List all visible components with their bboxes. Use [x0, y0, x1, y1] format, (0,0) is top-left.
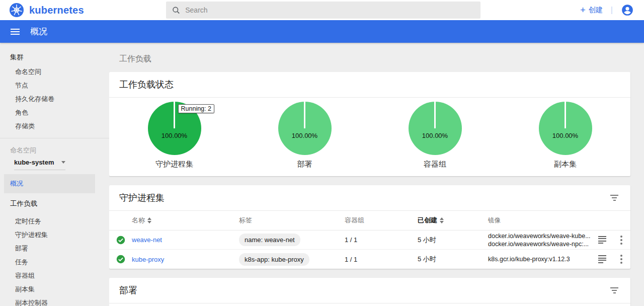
- sidebar-item-replica-sets[interactable]: 副本集: [0, 282, 109, 296]
- sidebar-item-storage-classes[interactable]: 存储类: [0, 119, 109, 133]
- daemon-sets-table-header: 名称 标签 容器组 已创建 镜像: [109, 211, 630, 231]
- app-header: kubernetes + 创建 |: [0, 0, 644, 20]
- search-input[interactable]: [185, 6, 474, 14]
- created-age: 5 小时: [418, 255, 488, 264]
- column-header-labels: 标签: [239, 216, 345, 225]
- sidebar-item-deployments[interactable]: 部署: [0, 242, 109, 255]
- pie-pods-percent: 100.00%: [409, 132, 462, 139]
- logs-icon[interactable]: [597, 235, 607, 245]
- brand: kubernetes: [0, 3, 166, 18]
- pie-pods-label: 容器组: [424, 160, 446, 169]
- sidebar-item-daemon-sets[interactable]: 守护进程集: [0, 228, 109, 242]
- workload-status-title: 工作负载状态: [119, 79, 174, 91]
- pie-replica-sets-label: 副本集: [554, 160, 577, 169]
- pie-deployments-label: 部署: [297, 160, 312, 169]
- sidebar-item-jobs[interactable]: 任务: [0, 255, 109, 269]
- daemon-set-link[interactable]: kube-proxy: [132, 256, 164, 263]
- pods-count: 1 / 1: [345, 256, 418, 263]
- column-header-pods: 容器组: [345, 216, 418, 225]
- action-bar: 概况: [0, 20, 644, 43]
- plus-icon: +: [580, 7, 586, 14]
- brand-name: kubernetes: [29, 5, 84, 16]
- workload-status-card-header: 工作负载状态: [109, 72, 630, 98]
- deployments-card-header: 部署: [109, 278, 630, 303]
- sidebar-item-persistent-volumes[interactable]: 持久化存储卷: [0, 92, 109, 106]
- sidebar-item-replication-controllers[interactable]: 副本控制器: [0, 296, 109, 306]
- page-title: 工作负载: [109, 43, 630, 72]
- column-header-name[interactable]: 名称: [132, 216, 239, 225]
- image-line: k8s.gcr.io/kube-proxy:v1.12.3: [488, 255, 592, 263]
- sidebar-item-cluster[interactable]: 集群: [0, 50, 109, 65]
- pie-tooltip: Running: 2: [178, 104, 214, 113]
- status-ok-icon: [116, 236, 125, 245]
- table-row-kube-proxy: kube-proxy k8s-app: kube-proxy 1 / 1 5 小…: [109, 250, 630, 269]
- namespace-label: 命名空间: [0, 144, 109, 157]
- daemon-sets-card-header: 守护进程集: [109, 185, 630, 211]
- header-actions: + 创建 |: [480, 4, 644, 17]
- kebab-menu-icon[interactable]: [618, 236, 624, 245]
- daemon-sets-title: 守护进程集: [119, 192, 165, 204]
- sort-icon: [147, 217, 151, 223]
- pie-chart-deployments[interactable]: 100.00% 部署: [239, 102, 370, 169]
- namespace-value: kube-system: [14, 159, 54, 166]
- kubernetes-logo-icon: [9, 3, 24, 18]
- namespace-selector[interactable]: kube-system: [14, 159, 65, 170]
- image-line: docker.io/weaveworks/weave-npc:...: [488, 240, 592, 248]
- pie-daemon-sets-percent: 100.00%: [148, 132, 201, 139]
- kebab-menu-icon[interactable]: [618, 255, 624, 264]
- label-chip: k8s-app: kube-proxy: [239, 253, 309, 266]
- sidebar: 集群 命名空间 节点 持久化存储卷 角色 存储类 命名空间 kube-syste…: [0, 43, 109, 306]
- pie-replica-sets: [539, 102, 592, 155]
- chevron-down-icon: [61, 161, 65, 164]
- create-label: 创建: [589, 6, 603, 15]
- logs-icon[interactable]: [597, 254, 607, 264]
- pie-deployments-percent: 100.00%: [278, 132, 332, 139]
- column-header-images: 镜像: [488, 216, 592, 224]
- sidebar-divider: [0, 138, 109, 138]
- filter-icon[interactable]: [608, 285, 620, 295]
- filter-icon[interactable]: [608, 193, 620, 203]
- pods-count: 1 / 1: [345, 236, 418, 244]
- sort-icon: [440, 217, 444, 223]
- search-icon: [172, 6, 180, 15]
- pie-daemon-sets-label: 守护进程集: [155, 160, 193, 169]
- main-content: 工作负载 工作负载状态 100.00% Running: 2 守护进程集: [109, 43, 644, 306]
- sidebar-item-namespaces[interactable]: 命名空间: [0, 65, 109, 79]
- daemon-sets-card: 守护进程集 名称 标签 容器组 已创建 镜像: [109, 185, 630, 269]
- sidebar-item-workloads[interactable]: 工作负载: [0, 196, 109, 211]
- column-header-created[interactable]: 已创建: [418, 216, 488, 225]
- image-line: docker.io/weaveworks/weave-kube...: [488, 232, 592, 240]
- account-icon[interactable]: [621, 4, 634, 17]
- pie-deployments: [278, 102, 332, 155]
- sidebar-item-cron-jobs[interactable]: 定时任务: [0, 214, 109, 228]
- label-chip: name: weave-net: [239, 234, 300, 246]
- deployments-title: 部署: [119, 284, 137, 296]
- status-ok-icon: [116, 255, 125, 264]
- pie-pods: [409, 102, 462, 155]
- sidebar-item-overview[interactable]: 概况: [4, 174, 95, 193]
- create-button[interactable]: + 创建: [580, 6, 603, 15]
- sidebar-item-roles[interactable]: 角色: [0, 106, 109, 119]
- pie-chart-replica-sets[interactable]: 100.00% 副本集: [500, 102, 630, 169]
- pie-chart-daemon-sets[interactable]: 100.00% Running: 2 守护进程集: [109, 102, 239, 169]
- workload-status-card: 工作负载状态 100.00% Running: 2 守护进程集 100.00%: [109, 72, 630, 176]
- workload-status-charts: 100.00% Running: 2 守护进程集 100.00% 部署: [109, 98, 630, 176]
- table-row-weave-net: weave-net name: weave-net 1 / 1 5 小时 doc…: [109, 231, 630, 250]
- sidebar-item-pods[interactable]: 容器组: [0, 269, 109, 282]
- sidebar-item-nodes[interactable]: 节点: [0, 79, 109, 92]
- pie-chart-pods[interactable]: 100.00% 容器组: [370, 102, 500, 169]
- images-cell: k8s.gcr.io/kube-proxy:v1.12.3: [488, 255, 592, 263]
- action-bar-title: 概况: [30, 26, 47, 37]
- menu-icon[interactable]: [0, 29, 30, 35]
- search-bar[interactable]: [166, 2, 480, 19]
- deployments-card: 部署 名称 标签 容器组 已创建 镜像: [109, 278, 630, 306]
- pie-replica-sets-percent: 100.00%: [539, 132, 592, 139]
- header-divider: |: [611, 6, 613, 15]
- deployments-table-header: 名称 标签 容器组 已创建 镜像: [109, 303, 630, 306]
- images-cell: docker.io/weaveworks/weave-kube... docke…: [488, 232, 592, 248]
- created-age: 5 小时: [418, 236, 488, 245]
- daemon-set-link[interactable]: weave-net: [132, 236, 162, 244]
